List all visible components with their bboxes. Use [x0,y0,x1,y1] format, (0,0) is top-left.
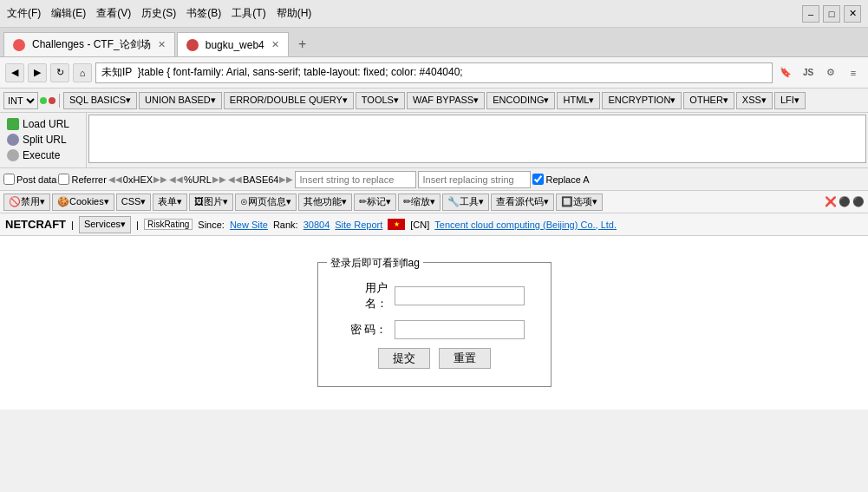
encoding-btn[interactable]: ENCODING▾ [486,92,555,109]
title-bar: 文件(F) 编辑(E) 查看(V) 历史(S) 书签(B) 工具(T) 帮助(H… [0,0,868,28]
risk-rating-badge: RiskRating [144,219,193,230]
services-btn[interactable]: Services▾ [79,216,131,233]
referrer-checkbox[interactable] [58,174,69,185]
minimize-button[interactable]: – [802,5,819,23]
forward-button[interactable]: ▶ [28,63,47,82]
css-btn[interactable]: CSS▾ [116,194,152,211]
pipe-separator: | [71,220,74,230]
sidebar-load-url[interactable]: Load URL [3,116,82,132]
sidebar-execute[interactable]: Execute [3,148,82,163]
form-buttons: 提交 重置 [344,348,525,369]
options-btn[interactable]: 🔲选项▾ [556,194,603,211]
menu-file[interactable]: 文件(F) [7,6,41,21]
hackbar-textarea[interactable] [88,115,866,163]
tab-challenges[interactable]: Challenges - CTF_论剑场 ✕ [3,32,175,56]
settings-icon[interactable]: ⚙ [821,63,840,82]
netcraft-bar: NETCRAFT | Services▾ | RiskRating Since:… [0,213,868,236]
tools-btn[interactable]: TOOLS▾ [356,92,405,109]
menu-bar[interactable]: 文件(F) 编辑(E) 查看(V) 历史(S) 书签(B) 工具(T) 帮助(H… [7,6,311,21]
more-btn[interactable]: 其他功能▾ [298,194,352,211]
lfi-btn[interactable]: LFI▾ [774,92,806,109]
insert-replacing-input[interactable] [418,171,531,188]
page-info-btn[interactable]: ⊙网页信息▾ [235,194,297,211]
address-bar: ◀ ▶ ↻ ⌂ 🔖 JS ⚙ ≡ [0,57,868,89]
back-button[interactable]: ◀ [5,63,24,82]
tab-close-challenges[interactable]: ✕ [158,39,166,50]
separator-1 [59,94,60,108]
html-btn[interactable]: HTML▾ [557,92,600,109]
company-link[interactable]: Tencent cloud computing (Beijing) Co., L… [434,220,617,230]
status-icon-x[interactable]: ❌ [825,196,837,207]
home-button[interactable]: ⌂ [73,63,92,82]
tab-label-bugku: bugku_web4 [206,39,264,51]
load-url-icon [7,118,19,130]
post-data-checkbox[interactable] [3,174,15,185]
password-input[interactable] [395,320,525,339]
menu-help[interactable]: 帮助(H) [277,6,312,21]
red-dot-icon [49,97,55,104]
hackbar-panel: Load URL Split URL Execute [0,113,868,168]
close-button[interactable]: ✕ [844,5,861,23]
table-btn[interactable]: 表单▾ [153,194,187,211]
hex-decode-group: ◀◀ 0xHEX ▶▶ [108,174,167,185]
page-content: 登录后即可看到flag 用户名： 密 码： 提交 重置 [0,236,868,410]
login-box: 登录后即可看到flag 用户名： 密 码： 提交 重置 [317,262,551,387]
menu-history[interactable]: 历史(S) [141,6,176,21]
encryption-btn[interactable]: ENCRYPTION▾ [602,92,682,109]
replace-checkbox[interactable] [532,174,544,185]
sidebar-split-url[interactable]: Split URL [3,132,82,148]
menu-view[interactable]: 查看(V) [96,6,131,21]
extensions-icon[interactable]: ≡ [844,63,863,82]
tab-close-bugku[interactable]: ✕ [271,39,279,50]
rank-value-link[interactable]: 30804 [303,220,330,230]
hex-right-arrow: ▶▶ [153,174,167,184]
mark-btn[interactable]: ✏标记▾ [354,194,396,211]
tab-bugku[interactable]: bugku_web4 ✕ [177,32,289,56]
site-report-link[interactable]: Site Report [335,220,382,230]
images-btn[interactable]: 🖼图片▾ [189,194,233,211]
tab-icon-bugku [186,39,199,51]
menu-tools[interactable]: 工具(T) [232,6,265,21]
shrink-btn[interactable]: ✏缩放▾ [398,194,441,211]
menu-edit[interactable]: 编辑(E) [51,6,86,21]
replace-checkbox-label[interactable]: Replace A [532,174,589,185]
referrer-checkbox-label[interactable]: Referrer [58,174,106,185]
source-btn[interactable]: 查看源代码▾ [491,194,554,211]
base64-label: BASE64 [243,174,279,185]
error-double-query-btn[interactable]: ERROR/DOUBLE QUERY▾ [224,92,354,109]
address-input[interactable] [95,62,773,83]
other-btn[interactable]: OTHER▾ [683,92,734,109]
cookies-btn[interactable]: 🍪Cookies▾ [52,194,114,211]
status-icon-circle1: ⚫ [839,196,851,207]
hackbar-row2: Post data Referrer ◀◀ 0xHEX ▶▶ ◀◀ %URL ▶… [0,168,868,191]
int-select[interactable]: INT [3,92,38,109]
country-label: [CN] [410,220,429,230]
username-label: 用户名： [344,280,388,312]
pipe-separator2: | [136,220,139,230]
url-decode-group: ◀◀ %URL ▶▶ [169,174,226,185]
menu-bookmarks[interactable]: 书签(B) [186,6,221,21]
url-left-arrow: ◀◀ [169,174,183,184]
maximize-button[interactable]: □ [823,5,840,23]
insert-string-input[interactable] [295,171,416,188]
rank-label: Rank: [273,220,298,230]
new-site-link[interactable]: New Site [230,220,268,230]
refresh-button[interactable]: ↻ [50,63,69,82]
xss-btn[interactable]: XSS▾ [736,92,773,109]
waf-bypass-btn[interactable]: WAF BYPASS▾ [407,92,485,109]
new-tab-button[interactable]: + [290,32,315,56]
union-based-btn[interactable]: UNION BASED▾ [139,92,222,109]
disable-btn[interactable]: 🚫禁用▾ [3,194,50,211]
reset-button[interactable]: 重置 [439,348,491,369]
since-label: Since: [198,220,225,230]
submit-button[interactable]: 提交 [378,348,430,369]
username-input[interactable] [395,286,525,305]
bookmark-icon[interactable]: 🔖 [776,63,795,82]
sql-basics-btn[interactable]: SQL BASICS▾ [63,92,137,109]
hackbar-main [87,113,868,167]
address-bar-icons: 🔖 JS ⚙ ≡ [776,63,863,82]
js-icon[interactable]: JS [799,63,818,82]
tools-wd-btn[interactable]: 🔧工具▾ [442,194,489,211]
post-data-checkbox-label[interactable]: Post data [3,174,56,185]
hackbar-toolbar: INT SQL BASICS▾ UNION BASED▾ ERROR/DOUBL… [0,89,868,113]
